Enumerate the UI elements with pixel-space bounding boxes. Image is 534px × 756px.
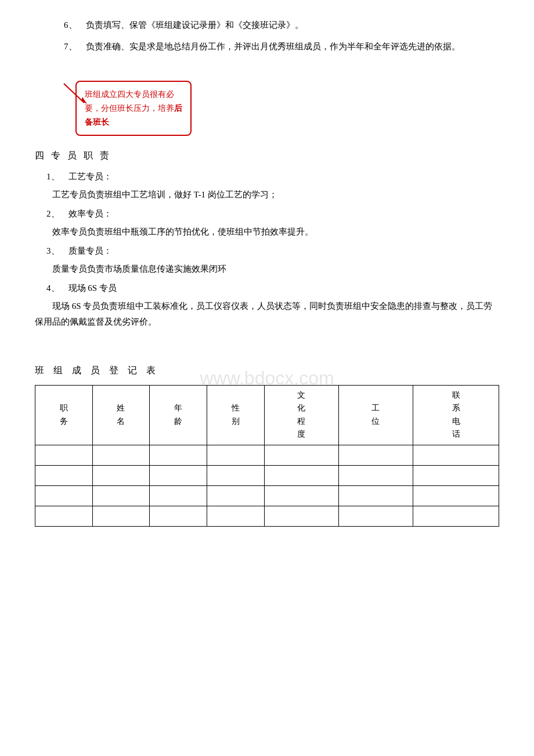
cell: [338, 445, 413, 465]
cell: [35, 506, 93, 526]
cell: [35, 485, 93, 506]
cell: [413, 445, 499, 465]
col-header-wenhua: 文化程度: [264, 385, 338, 445]
specialist-2-heading: 2、 效率专员：: [46, 206, 499, 222]
specialist-3-heading: 3、 质量专员：: [46, 243, 499, 259]
item-7: 7、 负责准确、实是求是地总结月份工作，并评出月优秀班组成员，作为半年和全年评选…: [35, 39, 499, 55]
cell: [338, 465, 413, 485]
cell: [207, 506, 264, 526]
cell: [92, 485, 150, 506]
item-6-text: 6、 负责填写、保管《班组建设记录册》和《交接班记录》。: [35, 17, 499, 33]
svg-marker-1: [81, 97, 87, 104]
cell: [338, 485, 413, 506]
item-7-text: 7、 负责准确、实是求是地总结月份工作，并评出月优秀班组成员，作为半年和全年评选…: [35, 39, 499, 55]
annotation-container: 班组成立四大专员很有必要，分但班长压力，培养后备班长: [58, 81, 209, 136]
table-title: 班 组 成 员 登 记 表: [35, 362, 499, 379]
cell: [35, 445, 93, 465]
cell: [207, 485, 264, 506]
cell: [338, 506, 413, 526]
cell: [92, 506, 150, 526]
col-header-zhiwu: 职务: [35, 385, 93, 445]
document-content: 6、 负责填写、保管《班组建设记录册》和《交接班记录》。 7、 负责准确、实是求…: [35, 17, 499, 527]
cell: [264, 445, 338, 465]
specialist-1-desc: 工艺专员负责班组中工艺培训，做好 T-1 岗位工艺的学习；: [35, 187, 499, 203]
cell: [413, 485, 499, 506]
cell: [207, 445, 264, 465]
table-row: [35, 485, 499, 506]
cell: [264, 485, 338, 506]
col-header-xingbie: 性别: [207, 385, 264, 445]
cell: [35, 465, 93, 485]
col-header-xingming: 姓名: [92, 385, 150, 445]
cell: [413, 506, 499, 526]
specialist-1-heading: 1、 工艺专员：: [46, 169, 499, 185]
table-row: [35, 465, 499, 485]
section4-heading: 四 专 员 职 责: [35, 147, 499, 164]
col-header-nianling: 年龄: [150, 385, 207, 445]
annotation-text: 班组成立四大专员很有必要，分但班长压力，培养后备班长: [85, 90, 182, 127]
cell: [150, 485, 207, 506]
annotation-bubble: 班组成立四大专员很有必要，分但班长压力，培养后备班长: [75, 81, 192, 136]
specialist-2-desc: 效率专员负责班组中瓶颈工序的节拍优化，使班组中节拍效率提升。: [35, 224, 499, 240]
register-table: 职务 姓名 年龄 性别 文化程度 工位 联系电话: [35, 385, 499, 527]
cell: [264, 465, 338, 485]
specialist-4-heading: 4、 现场 6S 专员: [46, 280, 499, 296]
col-header-gangwei: 工位: [338, 385, 413, 445]
annotation-highlight: 后备班长: [85, 104, 182, 127]
cell: [150, 445, 207, 465]
cell: [207, 465, 264, 485]
cell: [264, 506, 338, 526]
cell: [92, 465, 150, 485]
cell: [150, 465, 207, 485]
table-row: [35, 506, 499, 526]
table-row: [35, 445, 499, 465]
cell: [92, 445, 150, 465]
cell: [413, 465, 499, 485]
table-header-row: 职务 姓名 年龄 性别 文化程度 工位 联系电话: [35, 385, 499, 445]
cell: [150, 506, 207, 526]
specialist-4-desc: 现场 6S 专员负责班组中工装标准化，员工仪容仪表，人员状态等，同时负责班组中安…: [35, 298, 499, 330]
annotation-pointer-icon: [58, 81, 93, 110]
item-6: 6、 负责填写、保管《班组建设记录册》和《交接班记录》。: [35, 17, 499, 33]
col-header-lianxi: 联系电话: [413, 385, 499, 445]
specialist-3-desc: 质量专员负责市场质量信息传递实施效果闭环: [35, 261, 499, 277]
svg-line-0: [64, 84, 84, 103]
